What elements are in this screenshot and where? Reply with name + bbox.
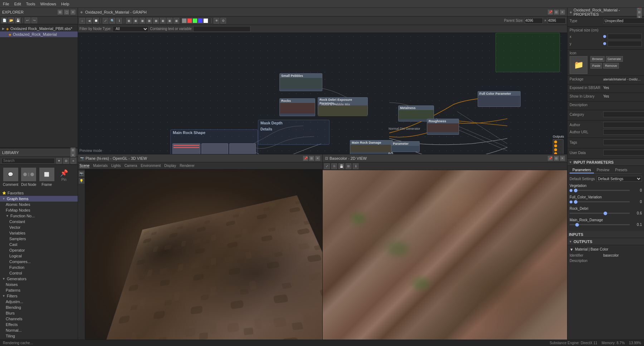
lib-function[interactable]: Function [0, 265, 78, 270]
lib-tiling[interactable]: Tiling [0, 333, 78, 339]
lib-function-nodes[interactable]: ▼ Function No... [0, 213, 78, 219]
node-small-pebbles[interactable]: Small Pebbles [279, 73, 322, 91]
size-y-input[interactable] [608, 41, 642, 46]
graph-pin-icon[interactable]: 📌 [548, 10, 553, 15]
lib-filters[interactable]: ▼ Filters [0, 293, 78, 299]
lib-constant[interactable]: Constant [0, 219, 78, 224]
graph-close-icon[interactable]: ✕ [560, 10, 565, 15]
node-main-rock-damage[interactable]: Main Rock Damage [350, 140, 393, 154]
graph-view-icon[interactable]: 👁 [214, 18, 219, 24]
lib-item-frame[interactable]: ⬜ Frame [39, 168, 54, 187]
graph-graph-view[interactable]: 🔲 [93, 18, 99, 24]
vp3d-tab-lights[interactable]: Lights [111, 164, 121, 168]
vp3d-tab-materials[interactable]: Materials [93, 164, 108, 168]
graph-icon6[interactable]: ▣ [160, 18, 166, 24]
node-parameter[interactable]: Parameter [391, 141, 420, 152]
tab-preview[interactable]: Preview [594, 167, 613, 173]
library-grid-icon[interactable]: ⊞ [63, 158, 69, 164]
category-input[interactable] [603, 112, 644, 117]
menu-tools[interactable]: Tools [26, 2, 35, 6]
vp2d-copy[interactable]: ⎘ [331, 163, 337, 169]
type-input[interactable] [603, 18, 644, 24]
explorer-undo[interactable]: ↩ [25, 18, 30, 23]
rock-shape-node-2[interactable] [201, 143, 228, 154]
vp2d-close[interactable]: ✕ [560, 156, 565, 161]
graph-float-icon[interactable]: ⊞ [554, 10, 559, 15]
lib-fxmap-nodes[interactable]: FxMap Nodes [0, 207, 78, 213]
vegetation-slider[interactable] [574, 190, 630, 191]
lib-variables[interactable]: Variables [0, 230, 78, 236]
lib-blurs[interactable]: Blurs [0, 310, 78, 316]
vp3d-tab-environment[interactable]: Environment [141, 164, 161, 168]
vp3d-tab-scene[interactable]: Scene [79, 164, 89, 168]
parent-size-input[interactable] [525, 18, 543, 24]
vp3d-light-btn[interactable]: 💡 [79, 178, 84, 184]
explorer-icon-1[interactable]: ⊞ [58, 10, 63, 15]
default-settings-select[interactable]: Default Settings [596, 176, 642, 182]
menu-windows[interactable]: Windows [40, 2, 56, 6]
rock-shape-node-1[interactable] [172, 143, 200, 154]
viewport-2d-canvas[interactable] [323, 170, 567, 340]
node-full-color-param[interactable]: Full Color Parameter [478, 91, 521, 107]
library-search-input[interactable] [1, 158, 55, 164]
lib-channels[interactable]: Channels [0, 316, 78, 322]
lib-atomic-nodes[interactable]: Atomic Nodes [0, 202, 78, 207]
vp2d-zoom-fit[interactable]: ⤢ [324, 163, 330, 169]
channel-rgb[interactable] [182, 18, 187, 23]
input-params-header[interactable]: ▼ INPUT PARAMETERS [567, 159, 644, 166]
tree-item-material[interactable]: ◈ Oxidazed_Rock_Material [0, 31, 78, 37]
vp2d-float[interactable]: ⊞ [554, 156, 559, 161]
lib-adjustments[interactable]: Adjustm... [0, 299, 78, 305]
lib-favorites[interactable]: ⭐ Favorites [0, 190, 78, 196]
vp3d-close[interactable]: ✕ [315, 156, 320, 161]
menu-help[interactable]: Help [61, 2, 69, 6]
vp2d-split[interactable]: ⊞ [346, 163, 351, 169]
vp2d-pin[interactable]: 📌 [548, 156, 553, 161]
vp2d-save[interactable]: 💾 [338, 163, 344, 169]
menu-file[interactable]: File [3, 2, 9, 6]
viewport-3d-canvas[interactable] [85, 169, 322, 340]
tags-input[interactable] [603, 139, 644, 145]
rock-shape-node-3[interactable] [229, 143, 256, 154]
graph-icon5[interactable]: ▣ [153, 18, 159, 24]
lib-item-comment[interactable]: 💬 Comment [3, 168, 18, 187]
full-color-slider[interactable] [574, 201, 630, 202]
lib-graph-items[interactable]: ▼ Graph Items [0, 196, 78, 202]
graph-home[interactable]: ⌂ [79, 18, 85, 24]
vp3d-pin[interactable]: 📌 [303, 156, 308, 161]
explorer-close[interactable]: ✕ [70, 10, 75, 15]
tab-parameters[interactable]: Parameters [570, 167, 594, 173]
lib-control[interactable]: Control [0, 270, 78, 276]
author-input[interactable] [603, 122, 644, 128]
graph-zoom-fit[interactable]: ⤢ [103, 18, 108, 24]
channel-a[interactable] [203, 18, 208, 23]
node-rock-debri-param[interactable]: Rock Debri Exposure Paramete... [318, 97, 368, 115]
filter-type-select[interactable]: All [113, 26, 148, 32]
graph-back[interactable]: ◀ [86, 18, 92, 24]
browse-btn[interactable]: Browse [590, 56, 605, 62]
vp2d-info[interactable]: ℹ [353, 163, 358, 169]
vp3d-tab-camera[interactable]: Camera [125, 164, 137, 168]
right-float[interactable]: ⊞ [637, 10, 642, 15]
vp3d-tab-renderer[interactable]: Renderer [180, 164, 195, 168]
tree-item-file[interactable]: ▶ ◈ Oxidazed Rock_Material_PBR.sbs* [0, 26, 78, 31]
vp3d-tab-display[interactable]: Display [164, 164, 176, 168]
node-roughness[interactable]: Roughness [427, 119, 459, 135]
containing-input[interactable] [193, 26, 250, 32]
lib-noises[interactable]: Noises [0, 282, 78, 287]
channel-g[interactable] [192, 18, 197, 23]
graph-zoom-sel[interactable]: 🔍 [109, 18, 115, 24]
main-rock-damage-slider[interactable] [570, 224, 630, 225]
library-icon-1[interactable]: ⊞ [70, 148, 75, 153]
graph-info[interactable]: ℹ [116, 18, 122, 24]
graph-icon3[interactable]: ▣ [140, 18, 145, 24]
menu-edit[interactable]: Edit [14, 2, 21, 6]
node-rocks[interactable]: Rocks [279, 98, 315, 116]
explorer-open[interactable]: 📂 [8, 18, 14, 23]
explorer-save[interactable]: 💾 [15, 18, 21, 23]
lib-logical[interactable]: Logical [0, 253, 78, 259]
remove-btn[interactable]: Remove [603, 63, 619, 69]
lib-blending[interactable]: Blending [0, 305, 78, 310]
graph-canvas[interactable]: Full Color Parameter Outputs [78, 33, 567, 154]
lib-operator[interactable]: Operator [0, 247, 78, 253]
